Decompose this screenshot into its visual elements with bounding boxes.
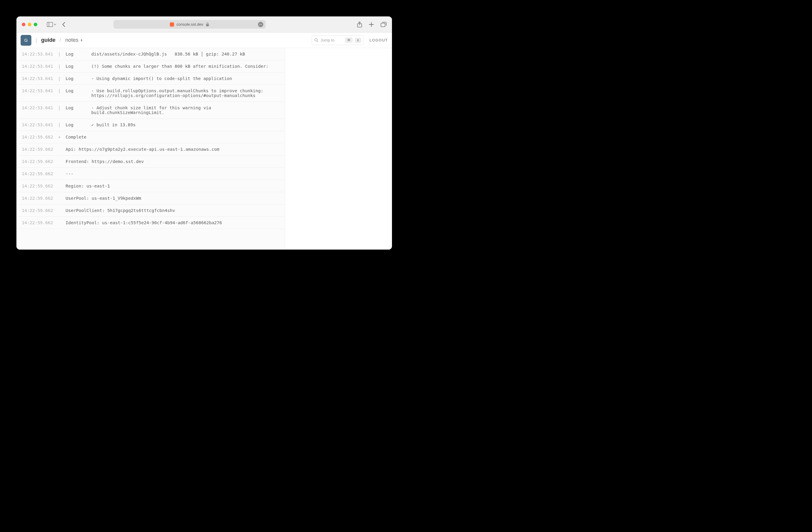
chevron-left-icon xyxy=(62,22,66,27)
log-message: dist/assets/index-cJQhQglB.js 838.56 kB … xyxy=(91,52,279,56)
log-level: Log xyxy=(66,123,87,127)
log-timestamp: 14:22:53.641 xyxy=(22,52,53,56)
jump-to-button[interactable]: Jump to ⌘ K xyxy=(312,35,364,45)
tab-overview-button[interactable] xyxy=(381,22,387,27)
maximize-window-button[interactable] xyxy=(34,23,37,26)
log-message: Frontend: https://demo.sst.dev xyxy=(66,159,279,164)
log-panel[interactable]: 14:22:53.641|Logdist/assets/index-cJQhQg… xyxy=(16,48,285,249)
plus-icon xyxy=(369,22,374,27)
log-message: --- xyxy=(66,171,279,176)
keycap-cmd: ⌘ xyxy=(345,38,352,43)
log-marker: | xyxy=(58,123,61,127)
svg-line-9 xyxy=(317,41,318,42)
log-row[interactable]: 14:22:59.662 Region: us-east-1 xyxy=(16,180,285,192)
svg-point-5 xyxy=(261,24,262,25)
share-button[interactable] xyxy=(357,21,362,27)
log-message: - Using dynamic import() to code-split t… xyxy=(91,76,279,81)
back-button[interactable] xyxy=(62,22,66,27)
svg-rect-2 xyxy=(206,24,209,26)
log-marker: + xyxy=(58,135,61,140)
page-settings-button[interactable] xyxy=(258,22,263,27)
log-marker xyxy=(58,171,61,176)
log-message: - Adjust chunk size limit for this warni… xyxy=(91,105,279,115)
log-row[interactable]: 14:22:53.641|Log✓ built in 13.89s xyxy=(16,119,285,131)
search-icon xyxy=(314,38,318,42)
window-controls xyxy=(22,23,37,26)
log-timestamp: 14:22:59.662 xyxy=(22,159,53,164)
breadcrumb-stage-label: notes xyxy=(66,37,78,43)
jump-to-label: Jump to xyxy=(321,38,334,42)
log-row[interactable]: 14:22:59.662 Api: https://o7g9pta2y2.exe… xyxy=(16,143,285,156)
log-row[interactable]: 14:22:59.662+Complete xyxy=(16,131,285,143)
log-level: Log xyxy=(66,76,87,81)
log-timestamp: 14:22:53.641 xyxy=(22,64,53,69)
log-timestamp: 14:22:59.662 xyxy=(22,196,53,201)
log-timestamp: 14:22:59.662 xyxy=(22,184,53,188)
svg-point-3 xyxy=(259,24,260,25)
svg-point-4 xyxy=(260,24,261,25)
keycap-k: K xyxy=(355,38,361,43)
address-bar[interactable]: console.sst.dev xyxy=(113,20,266,29)
log-timestamp: 14:22:53.641 xyxy=(22,88,53,93)
lock-icon xyxy=(206,23,209,27)
log-message: ✓ built in 13.89s xyxy=(91,123,279,127)
chevron-down-icon xyxy=(54,23,56,26)
log-timestamp: 14:22:59.662 xyxy=(22,135,53,140)
log-timestamp: 14:22:53.641 xyxy=(22,123,53,127)
log-message: Region: us-east-1 xyxy=(66,184,279,188)
log-area: 14:22:53.641|Logdist/assets/index-cJQhQg… xyxy=(16,48,392,249)
log-level: Log xyxy=(66,105,87,110)
log-row[interactable]: 14:22:53.641|Log- Adjust chunk size limi… xyxy=(16,102,285,119)
log-row[interactable]: 14:22:59.662 --- xyxy=(16,168,285,180)
log-message: UserPoolClient: 5h17gcpgq2ts6tttcgfcbn4s… xyxy=(66,208,279,213)
sidebar-toggle-button[interactable] xyxy=(47,22,56,27)
log-message: UserPool: us-east-1_V9kpedxWm xyxy=(66,196,279,201)
breadcrumb-app[interactable]: guide xyxy=(41,37,56,43)
log-row[interactable]: 14:22:59.662 UserPool: us-east-1_V9kpedx… xyxy=(16,192,285,204)
log-timestamp: 14:22:59.662 xyxy=(22,208,53,213)
log-row[interactable]: 14:22:53.641|Logdist/assets/index-cJQhQg… xyxy=(16,48,285,60)
log-timestamp: 14:22:53.641 xyxy=(22,76,53,81)
dots-icon xyxy=(259,23,262,26)
breadcrumb-separator: / xyxy=(60,37,61,43)
log-message: Api: https://o7g9pta2y2.execute-api.us-e… xyxy=(66,147,279,152)
title-bar: console.sst.dev xyxy=(16,16,392,32)
address-url: console.sst.dev xyxy=(176,22,203,27)
log-marker xyxy=(58,147,61,152)
new-tab-button[interactable] xyxy=(369,22,374,27)
minimize-window-button[interactable] xyxy=(28,23,31,26)
log-marker xyxy=(58,220,61,225)
updown-icon: ▲▼ xyxy=(80,39,83,42)
close-window-button[interactable] xyxy=(22,23,25,26)
log-marker: | xyxy=(58,64,61,69)
breadcrumb-separator: | xyxy=(35,37,37,43)
log-row[interactable]: 14:22:59.662 IdentityPool: us-east-1:c55… xyxy=(16,217,285,229)
sidebar-icon xyxy=(47,22,53,27)
log-timestamp: 14:22:53.641 xyxy=(22,105,53,110)
detail-panel xyxy=(285,48,392,249)
log-level: Log xyxy=(66,64,87,69)
log-row[interactable]: 14:22:59.662 Frontend: https://demo.sst.… xyxy=(16,156,285,168)
breadcrumb-stage[interactable]: notes ▲▼ xyxy=(66,37,83,43)
log-marker: | xyxy=(58,88,61,93)
log-level: Log xyxy=(66,88,87,93)
site-favicon-icon xyxy=(170,23,174,27)
log-message: (!) Some chunks are larger than 800 kB a… xyxy=(91,64,279,69)
svg-rect-0 xyxy=(47,22,53,27)
org-avatar[interactable]: G xyxy=(20,35,31,46)
log-marker: | xyxy=(58,105,61,110)
log-row[interactable]: 14:22:53.641|Log(!) Some chunks are larg… xyxy=(16,60,285,73)
log-marker xyxy=(58,196,61,201)
app-root: G | guide / notes ▲▼ Jump to xyxy=(16,32,392,249)
log-row[interactable]: 14:22:53.641|Log- Use build.rollupOption… xyxy=(16,85,285,102)
log-marker xyxy=(58,184,61,188)
log-marker: | xyxy=(58,52,61,56)
log-row[interactable]: 14:22:59.662 UserPoolClient: 5h17gcpgq2t… xyxy=(16,204,285,217)
log-level: Log xyxy=(66,52,87,56)
log-marker xyxy=(58,208,61,213)
tabs-icon xyxy=(381,22,387,27)
log-level: Complete xyxy=(66,135,87,140)
log-timestamp: 14:22:59.662 xyxy=(22,220,53,225)
log-row[interactable]: 14:22:53.641|Log- Using dynamic import()… xyxy=(16,73,285,85)
logout-button[interactable]: LOGOUT xyxy=(369,38,388,42)
